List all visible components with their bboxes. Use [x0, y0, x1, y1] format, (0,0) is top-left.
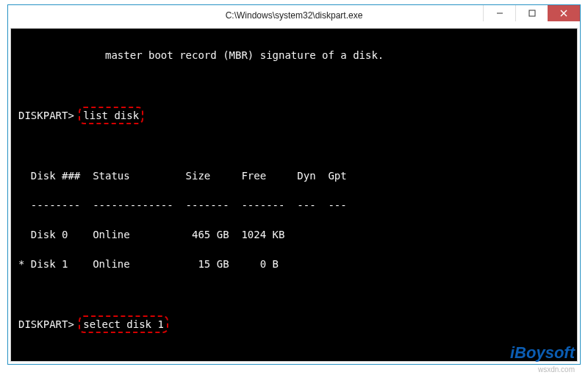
window-controls	[483, 5, 580, 21]
output-line: master boot record (MBR) signature of a …	[18, 48, 573, 63]
svg-rect-1	[529, 10, 535, 16]
output-line	[18, 286, 573, 301]
table-row: Disk 0 Online 465 GB 1024 KB	[18, 227, 573, 242]
table-rule: -------- ------------- ------- ------- -…	[18, 198, 573, 213]
output-line	[18, 348, 573, 362]
maximize-button[interactable]	[515, 5, 548, 21]
command-highlight: select disk 1	[79, 315, 168, 333]
prompt: DISKPART>	[18, 318, 74, 330]
titlebar: C:\Windows\system32\diskpart.exe	[8, 5, 580, 26]
terminal-output[interactable]: master boot record (MBR) signature of a …	[10, 28, 578, 362]
prompt-line: DISKPART> select disk 1	[18, 315, 573, 333]
minimize-button[interactable]	[483, 5, 515, 21]
prompt: DISKPART>	[18, 110, 74, 121]
command-highlight: list disk	[79, 107, 143, 124]
close-button[interactable]	[548, 5, 580, 21]
output-line	[18, 77, 573, 92]
app-window: C:\Windows\system32\diskpart.exe master …	[7, 4, 581, 365]
table-header: Disk ### Status Size Free Dyn Gpt	[18, 168, 573, 183]
output-line	[18, 139, 573, 154]
watermark-sub: wsxdn.com	[538, 365, 575, 374]
table-row: * Disk 1 Online 15 GB 0 B	[18, 257, 573, 271]
window-title: C:\Windows\system32\diskpart.exe	[226, 10, 363, 21]
prompt-line: DISKPART> list disk	[18, 107, 573, 124]
